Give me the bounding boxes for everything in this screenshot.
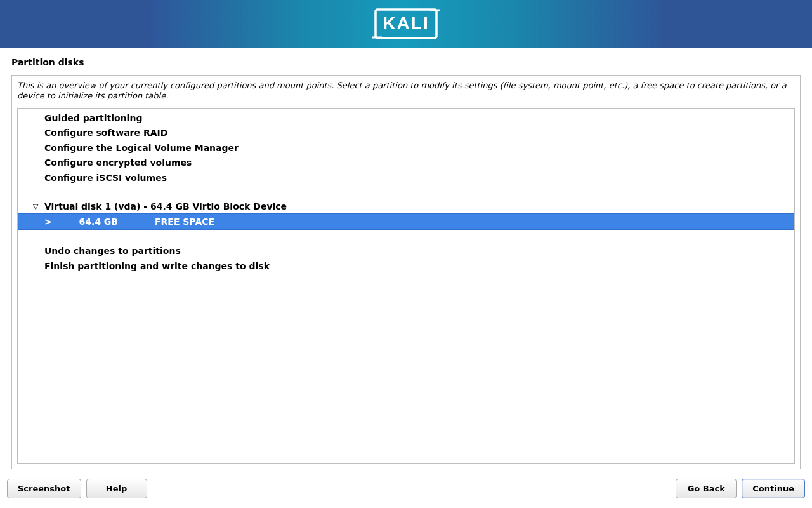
page-title: Partition disks <box>11 57 801 67</box>
row-size: 64.4 GB <box>60 217 155 227</box>
partition-list: Guided partitioning Configure software R… <box>17 108 795 464</box>
device-label: Virtual disk 1 (vda) - 64.4 GB Virtio Bl… <box>33 201 287 211</box>
go-back-button[interactable]: Go Back <box>676 479 737 498</box>
action-undo-changes[interactable]: Undo changes to partitions <box>18 244 794 259</box>
partition-free-space-row[interactable]: > 64.4 GB FREE SPACE <box>18 213 794 230</box>
footer-bar: Screenshot Help Go Back Continue <box>0 479 812 498</box>
header-banner: KALI <box>0 0 812 48</box>
list-spacer <box>18 185 794 199</box>
continue-button[interactable]: Continue <box>742 479 805 498</box>
menu-guided-partitioning[interactable]: Guided partitioning <box>18 111 794 126</box>
banner-center: KALI <box>152 0 660 48</box>
menu-configure-raid[interactable]: Configure software RAID <box>18 126 794 141</box>
help-button[interactable]: Help <box>86 479 147 498</box>
row-marker: > <box>44 217 60 227</box>
logo-text: KALI <box>383 13 429 34</box>
menu-configure-encrypted[interactable]: Configure encrypted volumes <box>18 156 794 171</box>
device-virtual-disk-1[interactable]: ▽ Virtual disk 1 (vda) - 64.4 GB Virtio … <box>18 199 794 213</box>
screenshot-button[interactable]: Screenshot <box>7 479 81 498</box>
menu-configure-iscsi[interactable]: Configure iSCSI volumes <box>18 171 794 186</box>
list-spacer <box>18 230 794 244</box>
kali-logo: KALI <box>369 6 443 42</box>
action-finish-partitioning[interactable]: Finish partitioning and write changes to… <box>18 259 794 274</box>
expand-triangle-icon: ▽ <box>33 203 38 211</box>
partition-panel: This is an overview of your currently co… <box>11 75 801 469</box>
row-desc: FREE SPACE <box>155 217 214 227</box>
menu-configure-lvm[interactable]: Configure the Logical Volume Manager <box>18 141 794 156</box>
instructions-text: This is an overview of your currently co… <box>17 81 795 102</box>
